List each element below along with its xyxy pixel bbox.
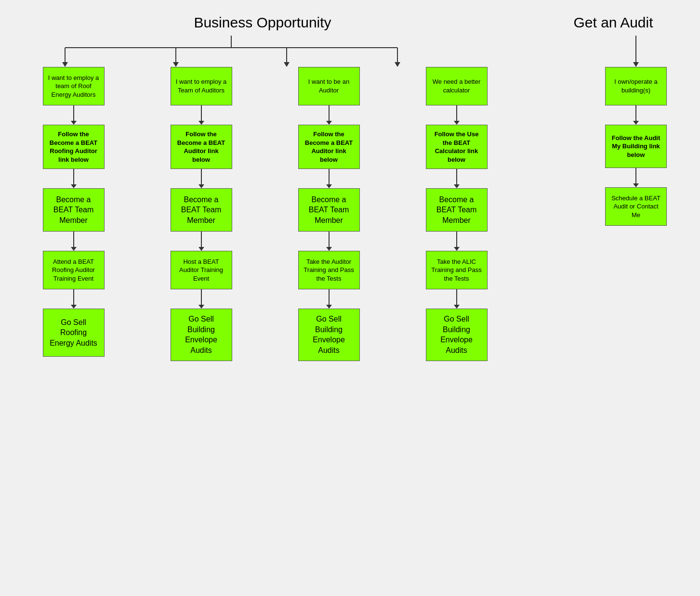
audit-arrow-1 <box>633 105 639 125</box>
node-3-5: Go Sell Building Envelope Audits <box>298 309 360 361</box>
node-2-1: I want to employ a Team of Auditors <box>171 67 232 105</box>
arrow-2-4 <box>198 289 204 309</box>
top-branch-svg <box>10 36 520 67</box>
node-1-5: Go Sell Roofing Energy Audits <box>43 309 105 357</box>
node-2-3: Become a BEAT Team Member <box>171 188 232 232</box>
node-3-1: I want to be an Auditor <box>298 67 360 105</box>
get-audit-title: Get an Audit <box>546 14 681 31</box>
page-container: Business Opportunity Get an Audit <box>10 14 690 361</box>
audit-arrow-2 <box>633 168 639 187</box>
audit-node-3: Schedule a BEAT Audit or Contact Me <box>605 187 667 226</box>
audit-node-1: I own/operate a building(s) <box>605 67 667 105</box>
node-2-5: Go Sell Building Envelope Audits <box>171 309 232 361</box>
column-4: We need a better calculator Follow the U… <box>393 67 520 361</box>
node-1-3: Become a BEAT Team Member <box>43 188 105 232</box>
node-4-5: Go Sell Building Envelope Audits <box>426 309 488 361</box>
node-1-1: I want to employ a team of Roof Energy A… <box>43 67 105 105</box>
arrow-3-2 <box>326 169 332 188</box>
arrow-1-2 <box>71 169 77 188</box>
node-2-4: Host a BEAT Auditor Training Event <box>171 251 232 289</box>
audit-top-arrow-svg <box>631 36 641 67</box>
node-4-4: Take the ALIC Training and Pass the Test… <box>426 251 488 289</box>
arrow-4-2 <box>454 169 460 188</box>
arrow-2-2 <box>198 169 204 188</box>
svg-marker-6 <box>62 62 68 67</box>
arrow-1-4 <box>71 289 77 309</box>
audit-node-2: Follow the Audit My Building link below <box>605 125 667 168</box>
svg-marker-8 <box>284 62 290 67</box>
node-4-3: Become a BEAT Team Member <box>426 188 488 232</box>
column-1: I want to employ a team of Roof Energy A… <box>10 67 137 361</box>
arrow-3-3 <box>326 232 332 251</box>
column-2: I want to employ a Team of Auditors Foll… <box>137 67 265 361</box>
node-3-3: Become a BEAT Team Member <box>298 188 360 232</box>
node-2-2: Follow the Become a BEAT Auditor link be… <box>171 125 232 169</box>
arrow-4-3 <box>454 232 460 251</box>
business-title: Business Opportunity <box>10 14 515 31</box>
node-4-2: Follow the Use the BEAT Calculator link … <box>426 125 488 169</box>
svg-marker-11 <box>633 62 639 67</box>
column-3: I want to be an Auditor Follow the Becom… <box>265 67 393 361</box>
arrow-4-1 <box>454 105 460 125</box>
node-1-4: Attend a BEAT Roofing Auditor Training E… <box>43 251 105 289</box>
get-audit-column: I own/operate a building(s) Follow the A… <box>564 36 700 226</box>
svg-marker-9 <box>395 62 400 67</box>
arrow-2-1 <box>198 105 204 125</box>
arrow-4-4 <box>454 289 460 309</box>
node-3-4: Take the Auditor Training and Pass the T… <box>298 251 360 289</box>
node-1-2: Follow the Become a BEAT Roofing Auditor… <box>43 125 105 169</box>
svg-marker-7 <box>173 62 179 67</box>
node-4-1: We need a better calculator <box>426 67 488 105</box>
node-3-2: Follow the Become a BEAT Auditor link be… <box>298 125 360 169</box>
arrow-1-3 <box>71 232 77 251</box>
arrow-3-4 <box>326 289 332 309</box>
arrow-3-1 <box>326 105 332 125</box>
arrow-2-3 <box>198 232 204 251</box>
arrow-1-1 <box>71 105 77 125</box>
